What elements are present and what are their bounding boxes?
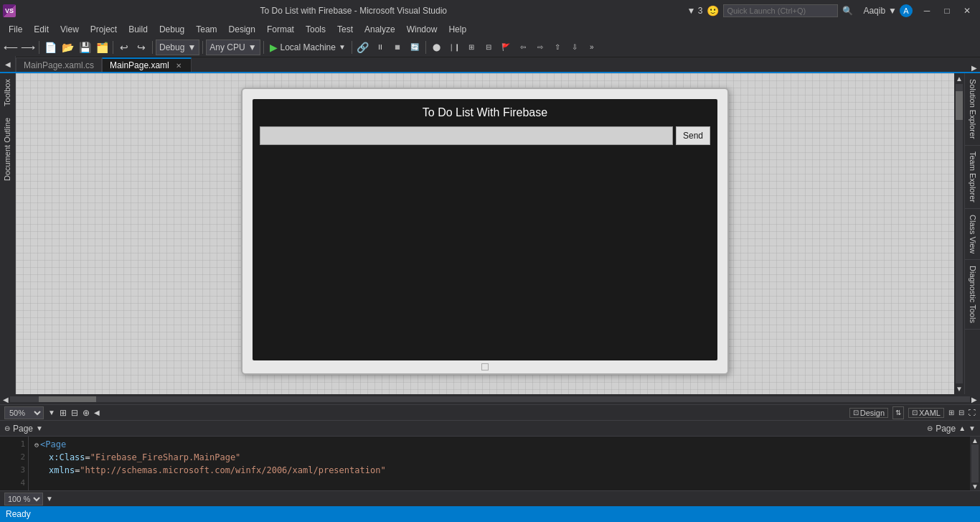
bottom-scroll-down-arrow[interactable]: ▼	[971, 483, 979, 490]
toolbar-btn6[interactable]: ⇨	[532, 39, 548, 55]
class-view-tab[interactable]: Class View	[965, 209, 980, 260]
toolbar-btn2[interactable]: ⊞	[463, 39, 479, 55]
bottom-scroll-track	[971, 444, 979, 483]
bottom-dropdown-arrow[interactable]: ▼	[36, 424, 43, 432]
stop-button[interactable]: ⏹	[390, 39, 405, 55]
toolbar-btn7[interactable]: ⇧	[550, 39, 565, 55]
menu-file[interactable]: File	[3, 22, 28, 37]
menu-test[interactable]: Test	[331, 22, 359, 37]
save-button[interactable]: 💾	[77, 39, 93, 55]
user-dropdown-icon[interactable]: ▼	[888, 6, 897, 16]
breakpoint-button[interactable]: ⬤	[429, 39, 445, 55]
emoji-icon: 🙂	[707, 5, 719, 17]
new-file-button[interactable]: 📄	[42, 39, 58, 55]
team-explorer-tab[interactable]: Team Explorer	[965, 146, 980, 209]
xaml-zoom-dropdown[interactable]: ▼	[46, 495, 53, 503]
restart-button[interactable]: 🔄	[407, 39, 423, 55]
save-all-button[interactable]: 🗂️	[94, 39, 110, 55]
app-send-button-preview[interactable]: Send	[676, 126, 710, 145]
v-scrollbar[interactable]: ▲ ▼	[954, 73, 964, 394]
scroll-down-arrow[interactable]: ▼	[954, 383, 964, 394]
search-icon: 🔍	[842, 6, 853, 16]
code-content[interactable]: ⊖ <Page x:Class="Firebase_FireSharp.Main…	[29, 437, 970, 490]
toolbox-label[interactable]: Toolbox	[0, 73, 15, 112]
toolbar: ⟵ ⟶ 📄 📂 💾 🗂️ ↩ ↪ Debug ▼ Any CPU ▼ ▶ Loc…	[0, 37, 980, 57]
fullscreen-btn[interactable]: ⛶	[969, 409, 976, 416]
pause-button[interactable]: ⏸	[372, 39, 388, 55]
code-line-1: ⊖ <Page	[34, 438, 964, 451]
xaml-tab-btn[interactable]: ⊡ XAML	[908, 408, 944, 418]
scroll-up-arrow[interactable]: ▲	[954, 73, 964, 84]
redo-button[interactable]: ↪	[133, 39, 149, 55]
collapse-btn[interactable]: ⊟	[958, 409, 964, 416]
split-toggle-btn[interactable]: ⇅	[892, 406, 904, 419]
h-scroll-thumb[interactable]	[39, 396, 96, 402]
tab-mainpage-xaml[interactable]: MainPage.xaml ✕	[102, 57, 192, 72]
run-button[interactable]: ▶ Local Machine ▼	[267, 42, 349, 53]
designer-bottom-handle	[253, 360, 717, 373]
debug-config-dropdown[interactable]: Debug ▼	[156, 39, 199, 55]
undo-button[interactable]: ↩	[116, 39, 132, 55]
zoom-select[interactable]: 50% 100% 75% 25%	[4, 406, 44, 419]
bottom-scroll-up-arrow[interactable]: ▲	[971, 437, 979, 444]
code-line-2: x:Class="Firebase_FireSharp.MainPage"	[34, 451, 964, 464]
line-num-3: 3	[3, 464, 25, 477]
menu-view[interactable]: View	[55, 22, 85, 37]
h-scrollbar[interactable]: ◀ ▶	[0, 394, 980, 404]
h-scroll-left-arrow[interactable]: ◀	[3, 396, 9, 404]
menu-build[interactable]: Build	[123, 22, 154, 37]
center-designer-area: To Do List With Firebase Send	[16, 73, 954, 394]
toolbar-btn1[interactable]: ❘❙	[446, 39, 462, 55]
back-button[interactable]: ⟵	[3, 39, 19, 55]
expand-arrow-1[interactable]: ⊖	[34, 441, 39, 449]
bottom-scroll-up[interactable]: ▲	[958, 424, 966, 432]
toolbar-btn5[interactable]: ⇦	[515, 39, 531, 55]
quick-launch-input[interactable]	[723, 4, 838, 17]
zoom-dropdown-arrow[interactable]: ▼	[48, 409, 55, 416]
h-scroll-right-arrow[interactable]: ▶	[971, 396, 977, 404]
menu-format[interactable]: Format	[261, 22, 300, 37]
designer-device-frame: To Do List With Firebase Send	[241, 88, 729, 375]
menu-tools[interactable]: Tools	[300, 22, 331, 37]
solution-explorer-tab[interactable]: Solution Explorer	[965, 73, 980, 146]
menu-edit[interactable]: Edit	[28, 22, 55, 37]
diagnostic-tools-tab[interactable]: Diagnostic Tools	[965, 260, 980, 330]
tab-close-icon[interactable]: ✕	[174, 60, 184, 70]
bottom-code-area: 1 2 3 4 ⊖ <Page x:Class="Firebase_FireSh…	[0, 437, 980, 490]
tab-mainpage-xaml-cs[interactable]: MainPage.xaml.cs	[16, 57, 102, 72]
menu-analyze[interactable]: Analyze	[359, 22, 401, 37]
close-button[interactable]: ✕	[957, 3, 977, 19]
scroll-track	[956, 84, 963, 383]
xaml-zoom-select[interactable]: 100 %	[4, 493, 43, 505]
menu-team[interactable]: Team	[190, 22, 222, 37]
line-num-2: 2	[3, 451, 25, 464]
scroll-thumb[interactable]	[956, 91, 963, 120]
bottom-scroll-down[interactable]: ▼	[969, 424, 976, 432]
toolbar-btn4[interactable]: 🚩	[498, 39, 514, 55]
bottom-v-scrollbar[interactable]: ▲ ▼	[970, 437, 980, 490]
expand-btn[interactable]: ⊞	[948, 409, 954, 416]
toolbar-btn8[interactable]: ⇩	[567, 39, 583, 55]
minimize-button[interactable]: ─	[917, 3, 937, 19]
platform-dropdown[interactable]: Any CPU ▼	[206, 39, 260, 55]
toolbar-more[interactable]: »	[584, 39, 600, 55]
bottom-header: ⊖ Page ▼ ⊖ Page ▲ ▼	[0, 421, 980, 437]
open-button[interactable]: 📂	[60, 39, 75, 55]
menu-window[interactable]: Window	[401, 22, 443, 37]
snap-icon: ⊟	[71, 408, 78, 418]
toolbar-btn3[interactable]: ⊟	[481, 39, 496, 55]
bottom-minus-icon: ⊖	[4, 424, 10, 432]
left-arrow-scroll[interactable]: ◀	[94, 409, 100, 416]
menu-help[interactable]: Help	[443, 22, 472, 37]
design-tab-btn[interactable]: ⊡ Design	[849, 408, 888, 418]
document-outline-label[interactable]: Document Outline	[0, 112, 15, 187]
maximize-button[interactable]: □	[937, 3, 957, 19]
menu-project[interactable]: Project	[85, 22, 123, 37]
toolbox-toggle[interactable]: ◀	[0, 56, 16, 72]
menu-design[interactable]: Design	[223, 22, 261, 37]
attach-button[interactable]: 🔗	[355, 39, 371, 55]
tabs-scroll-right[interactable]: ▶	[969, 64, 980, 72]
menu-debug[interactable]: Debug	[154, 22, 190, 37]
forward-button[interactable]: ⟶	[20, 39, 36, 55]
right-panel: Solution Explorer Team Explorer Class Vi…	[964, 73, 980, 394]
